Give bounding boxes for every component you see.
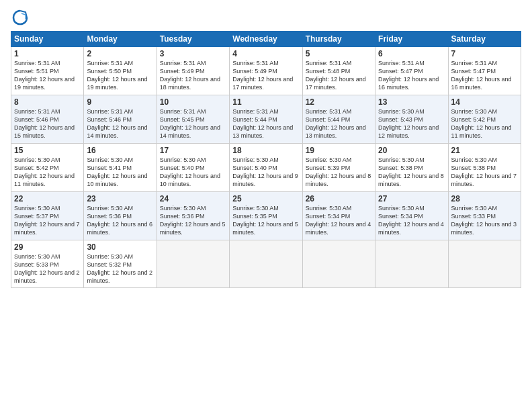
calendar-cell: 9Sunrise: 5:31 AMSunset: 5:46 PMDaylight…: [84, 95, 157, 144]
day-number: 20: [378, 146, 445, 155]
day-info: Sunrise: 5:30 AMSunset: 5:41 PMDaylight:…: [87, 156, 153, 189]
day-info: Sunrise: 5:31 AMSunset: 5:51 PMDaylight:…: [14, 59, 81, 92]
calendar-cell: 18Sunrise: 5:30 AMSunset: 5:40 PMDayligh…: [230, 144, 302, 192]
day-number: 29: [14, 242, 81, 252]
calendar-cell: 13Sunrise: 5:30 AMSunset: 5:43 PMDayligh…: [375, 95, 448, 144]
day-number: 4: [232, 49, 299, 58]
calendar-cell: [448, 240, 521, 288]
day-number: 6: [378, 49, 445, 58]
day-number: 14: [451, 97, 518, 107]
calendar-cell: 15Sunrise: 5:30 AMSunset: 5:42 PMDayligh…: [11, 144, 84, 192]
day-info: Sunrise: 5:31 AMSunset: 5:49 PMDaylight:…: [232, 59, 299, 92]
day-number: 16: [87, 146, 153, 155]
weekday-header-sunday: Sunday: [11, 32, 84, 47]
day-info: Sunrise: 5:30 AMSunset: 5:35 PMDaylight:…: [232, 204, 299, 237]
calendar-cell: 23Sunrise: 5:30 AMSunset: 5:36 PMDayligh…: [84, 192, 157, 240]
calendar-cell: [230, 240, 302, 288]
day-info: Sunrise: 5:30 AMSunset: 5:42 PMDaylight:…: [14, 156, 81, 189]
day-number: 28: [451, 194, 518, 203]
day-number: 18: [232, 146, 299, 155]
day-info: Sunrise: 5:30 AMSunset: 5:40 PMDaylight:…: [232, 156, 299, 189]
day-info: Sunrise: 5:31 AMSunset: 5:48 PMDaylight:…: [306, 59, 372, 92]
day-number: 15: [14, 146, 81, 155]
calendar-cell: 12Sunrise: 5:31 AMSunset: 5:44 PMDayligh…: [302, 95, 375, 144]
calendar-cell: [375, 240, 448, 288]
day-info: Sunrise: 5:31 AMSunset: 5:44 PMDaylight:…: [232, 107, 299, 140]
calendar-cell: 29Sunrise: 5:30 AMSunset: 5:33 PMDayligh…: [11, 240, 84, 288]
calendar-page: SundayMondayTuesdayWednesdayThursdayFrid…: [0, 0, 532, 411]
calendar-cell: 14Sunrise: 5:30 AMSunset: 5:42 PMDayligh…: [448, 95, 521, 144]
day-number: 24: [160, 194, 226, 203]
calendar-cell: 22Sunrise: 5:30 AMSunset: 5:37 PMDayligh…: [11, 192, 84, 240]
day-number: 3: [160, 49, 226, 58]
day-info: Sunrise: 5:30 AMSunset: 5:34 PMDaylight:…: [378, 204, 445, 237]
calendar-cell: 28Sunrise: 5:30 AMSunset: 5:33 PMDayligh…: [448, 192, 521, 240]
calendar-cell: 16Sunrise: 5:30 AMSunset: 5:41 PMDayligh…: [84, 144, 157, 192]
calendar-week-3: 15Sunrise: 5:30 AMSunset: 5:42 PMDayligh…: [11, 144, 521, 192]
calendar-cell: 11Sunrise: 5:31 AMSunset: 5:44 PMDayligh…: [230, 95, 302, 144]
calendar-cell: 21Sunrise: 5:30 AMSunset: 5:38 PMDayligh…: [448, 144, 521, 192]
weekday-header-saturday: Saturday: [448, 32, 521, 47]
weekday-header-row: SundayMondayTuesdayWednesdayThursdayFrid…: [11, 32, 521, 47]
calendar-cell: 30Sunrise: 5:30 AMSunset: 5:32 PMDayligh…: [84, 240, 157, 288]
logo: [11, 8, 32, 27]
calendar-cell: 19Sunrise: 5:30 AMSunset: 5:39 PMDayligh…: [302, 144, 375, 192]
calendar-cell: [302, 240, 375, 288]
calendar-cell: 4Sunrise: 5:31 AMSunset: 5:49 PMDaylight…: [230, 47, 302, 95]
day-number: 12: [306, 97, 372, 107]
day-number: 19: [306, 146, 372, 155]
day-number: 25: [232, 194, 299, 203]
calendar-week-1: 1Sunrise: 5:31 AMSunset: 5:51 PMDaylight…: [11, 47, 521, 95]
calendar-cell: 8Sunrise: 5:31 AMSunset: 5:46 PMDaylight…: [11, 95, 84, 144]
day-number: 21: [451, 146, 518, 155]
weekday-header-thursday: Thursday: [302, 32, 375, 47]
weekday-header-monday: Monday: [84, 32, 157, 47]
day-number: 5: [306, 49, 372, 58]
day-number: 8: [14, 97, 81, 107]
day-info: Sunrise: 5:30 AMSunset: 5:34 PMDaylight:…: [306, 204, 372, 237]
calendar-cell: 17Sunrise: 5:30 AMSunset: 5:40 PMDayligh…: [157, 144, 229, 192]
calendar-cell: 27Sunrise: 5:30 AMSunset: 5:34 PMDayligh…: [375, 192, 448, 240]
day-number: 2: [87, 49, 153, 58]
day-info: Sunrise: 5:31 AMSunset: 5:46 PMDaylight:…: [14, 107, 81, 140]
day-info: Sunrise: 5:31 AMSunset: 5:47 PMDaylight:…: [378, 59, 445, 92]
day-info: Sunrise: 5:30 AMSunset: 5:32 PMDaylight:…: [87, 253, 153, 285]
calendar-cell: 3Sunrise: 5:31 AMSunset: 5:49 PMDaylight…: [157, 47, 229, 95]
day-info: Sunrise: 5:31 AMSunset: 5:44 PMDaylight:…: [306, 107, 372, 140]
logo-icon: [11, 8, 30, 27]
calendar-week-5: 29Sunrise: 5:30 AMSunset: 5:33 PMDayligh…: [11, 240, 521, 288]
calendar-cell: [157, 240, 229, 288]
day-number: 7: [451, 49, 518, 58]
day-info: Sunrise: 5:30 AMSunset: 5:37 PMDaylight:…: [14, 204, 81, 237]
day-info: Sunrise: 5:31 AMSunset: 5:50 PMDaylight:…: [87, 59, 153, 92]
weekday-header-wednesday: Wednesday: [230, 32, 302, 47]
calendar-week-2: 8Sunrise: 5:31 AMSunset: 5:46 PMDaylight…: [11, 95, 521, 144]
day-number: 26: [306, 194, 372, 203]
day-info: Sunrise: 5:30 AMSunset: 5:40 PMDaylight:…: [160, 156, 226, 189]
day-info: Sunrise: 5:30 AMSunset: 5:38 PMDaylight:…: [378, 156, 445, 189]
day-info: Sunrise: 5:30 AMSunset: 5:36 PMDaylight:…: [160, 204, 226, 237]
day-number: 9: [87, 97, 153, 107]
day-info: Sunrise: 5:30 AMSunset: 5:36 PMDaylight:…: [87, 204, 153, 237]
calendar-week-4: 22Sunrise: 5:30 AMSunset: 5:37 PMDayligh…: [11, 192, 521, 240]
day-number: 10: [160, 97, 226, 107]
day-info: Sunrise: 5:30 AMSunset: 5:38 PMDaylight:…: [451, 156, 518, 189]
day-number: 1: [14, 49, 81, 58]
calendar-cell: 2Sunrise: 5:31 AMSunset: 5:50 PMDaylight…: [84, 47, 157, 95]
calendar-cell: 7Sunrise: 5:31 AMSunset: 5:47 PMDaylight…: [448, 47, 521, 95]
calendar-cell: 1Sunrise: 5:31 AMSunset: 5:51 PMDaylight…: [11, 47, 84, 95]
day-info: Sunrise: 5:30 AMSunset: 5:33 PMDaylight:…: [14, 253, 81, 285]
calendar-cell: 20Sunrise: 5:30 AMSunset: 5:38 PMDayligh…: [375, 144, 448, 192]
day-info: Sunrise: 5:30 AMSunset: 5:33 PMDaylight:…: [451, 204, 518, 237]
weekday-header-friday: Friday: [375, 32, 448, 47]
calendar-table: SundayMondayTuesdayWednesdayThursdayFrid…: [11, 31, 521, 288]
calendar-cell: 5Sunrise: 5:31 AMSunset: 5:48 PMDaylight…: [302, 47, 375, 95]
calendar-cell: 26Sunrise: 5:30 AMSunset: 5:34 PMDayligh…: [302, 192, 375, 240]
page-header: [11, 8, 521, 27]
day-number: 30: [87, 242, 153, 252]
day-number: 11: [232, 97, 299, 107]
day-number: 27: [378, 194, 445, 203]
weekday-header-tuesday: Tuesday: [157, 32, 229, 47]
calendar-cell: 10Sunrise: 5:31 AMSunset: 5:45 PMDayligh…: [157, 95, 229, 144]
calendar-cell: 6Sunrise: 5:31 AMSunset: 5:47 PMDaylight…: [375, 47, 448, 95]
